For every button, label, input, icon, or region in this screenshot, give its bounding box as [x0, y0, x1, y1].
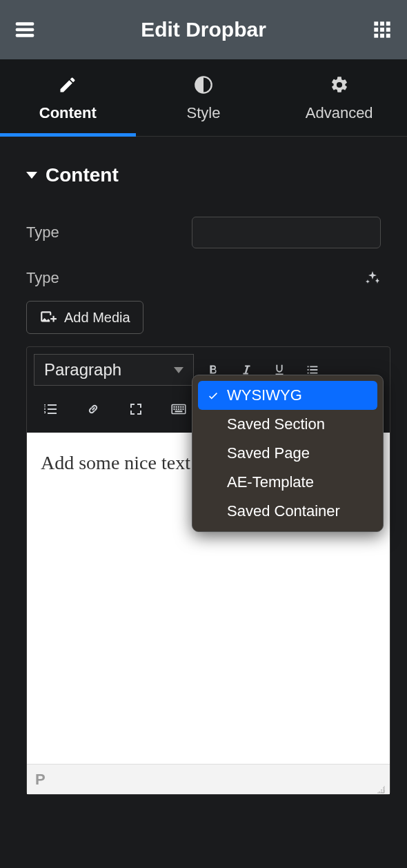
svg-rect-8: [386, 28, 390, 32]
caret-down-icon: [26, 172, 37, 179]
field-type-1: Type: [26, 217, 381, 248]
tab-style[interactable]: Style: [136, 59, 272, 136]
add-media-label: Add Media: [64, 310, 130, 326]
svg-rect-24: [175, 411, 183, 412]
svg-rect-21: [178, 408, 179, 410]
tab-label: Style: [187, 104, 221, 122]
dropdown-option-label: Saved Page: [227, 444, 310, 462]
svg-rect-4: [380, 21, 384, 26]
svg-point-28: [379, 791, 380, 793]
dropdown-option-label: AE-Template: [227, 473, 314, 491]
section-title: Content: [46, 164, 119, 186]
tabs-nav: Content Style Advanced: [0, 59, 407, 137]
svg-rect-20: [176, 408, 177, 410]
svg-rect-22: [180, 408, 181, 410]
tab-label: Content: [39, 104, 97, 122]
svg-rect-10: [380, 34, 384, 38]
svg-point-26: [381, 791, 382, 793]
svg-rect-18: [182, 406, 183, 408]
svg-rect-7: [380, 28, 384, 32]
check-icon: [206, 389, 220, 402]
tab-content[interactable]: Content: [0, 59, 136, 136]
media-icon: [39, 308, 57, 326]
dropdown-option-ae-template[interactable]: AE-Template: [198, 468, 377, 497]
svg-point-25: [383, 791, 384, 793]
svg-rect-5: [386, 21, 390, 26]
svg-rect-11: [386, 34, 390, 38]
svg-rect-2: [16, 34, 34, 37]
sparkle-icon[interactable]: [364, 270, 381, 286]
tab-advanced[interactable]: Advanced: [271, 59, 407, 136]
dropdown-option-label: Saved Section: [227, 415, 325, 433]
fullscreen-button[interactable]: [122, 395, 150, 423]
pencil-icon: [57, 74, 79, 96]
numbered-list-button[interactable]: [37, 395, 64, 423]
svg-rect-0: [16, 22, 34, 26]
svg-rect-14: [173, 406, 175, 408]
svg-point-29: [381, 789, 382, 791]
keyboard-button[interactable]: [165, 395, 192, 423]
svg-rect-1: [16, 28, 34, 32]
svg-rect-9: [374, 34, 378, 38]
field-type-2: Type: [26, 269, 381, 287]
chevron-down-icon: [174, 367, 183, 373]
resize-handle-icon[interactable]: [375, 780, 386, 791]
svg-rect-17: [180, 406, 181, 408]
add-media-button[interactable]: Add Media: [26, 301, 143, 334]
content-panel: Content Type Type Add Media Paragraph: [0, 137, 407, 868]
type-dropdown: WYSIWYG Saved Section Saved Page AE-Temp…: [192, 375, 384, 532]
type-select[interactable]: [192, 217, 381, 248]
svg-rect-15: [176, 406, 177, 408]
svg-rect-6: [374, 28, 378, 32]
field-label: Type: [26, 224, 192, 241]
gear-icon: [328, 74, 350, 96]
link-button[interactable]: [79, 395, 107, 423]
tab-label: Advanced: [306, 104, 373, 122]
dropdown-option-wysiwyg[interactable]: WYSIWYG: [198, 381, 377, 410]
contrast-icon: [192, 74, 215, 96]
format-select[interactable]: Paragraph: [34, 354, 194, 386]
svg-rect-19: [173, 408, 175, 410]
svg-rect-23: [182, 408, 183, 410]
section-toggle-content[interactable]: Content: [26, 164, 381, 186]
dropdown-option-saved-section[interactable]: Saved Section: [198, 410, 377, 439]
dropdown-option-label: WYSIWYG: [227, 386, 302, 404]
svg-rect-16: [178, 406, 179, 408]
dropdown-option-label: Saved Container: [227, 502, 340, 520]
dropdown-option-saved-container[interactable]: Saved Container: [198, 497, 377, 526]
dropdown-option-saved-page[interactable]: Saved Page: [198, 439, 377, 468]
format-select-value: Paragraph: [44, 360, 121, 379]
hamburger-menu-icon[interactable]: [12, 17, 37, 42]
apps-grid-icon[interactable]: [370, 17, 395, 42]
svg-point-30: [383, 787, 384, 789]
panel-header: Edit Dropbar: [0, 0, 407, 59]
page-title: Edit Dropbar: [141, 18, 266, 41]
svg-rect-3: [374, 21, 378, 26]
svg-point-27: [383, 789, 384, 791]
field-label: Type: [26, 269, 192, 287]
editor-statusbar: P: [27, 764, 390, 794]
editor-status-path: P: [35, 771, 46, 789]
